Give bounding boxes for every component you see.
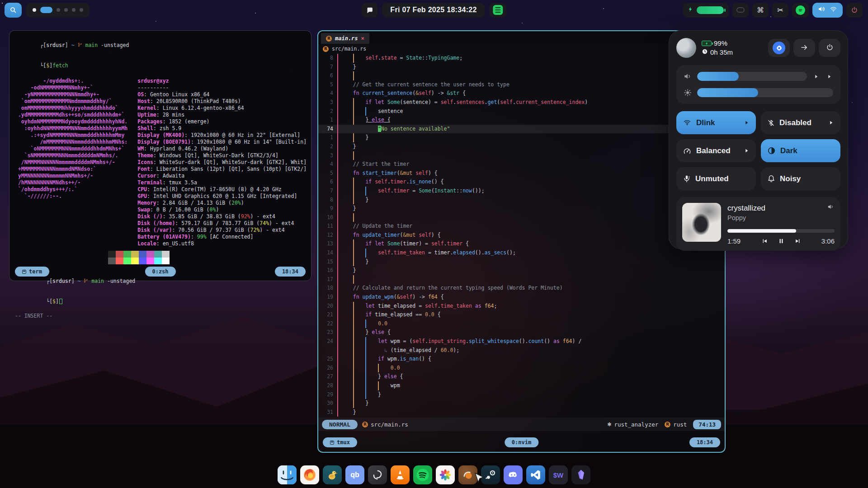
- terminal-color-palette: [108, 251, 306, 264]
- code-line: 1 } else {: [318, 116, 725, 125]
- editor-window[interactable]: R main.rs × R src/main.rs 8 self.state =…: [317, 30, 726, 453]
- dock-vlc-icon[interactable]: [391, 465, 410, 484]
- track-progress-bar[interactable]: [727, 229, 835, 233]
- contrast-icon: [767, 146, 776, 155]
- workspace-3-empty[interactable]: [57, 8, 60, 12]
- microphone-icon: [683, 174, 691, 183]
- dock-obsidian-icon[interactable]: [571, 465, 590, 484]
- speaker-icon: [684, 72, 692, 80]
- toggle-noisy[interactable]: Noisy: [761, 167, 840, 190]
- tmux-window[interactable]: 0:nvim: [505, 437, 538, 447]
- workspace-1-occupied[interactable]: [33, 8, 36, 12]
- tmux-session[interactable]: tmux: [323, 437, 357, 447]
- pause-button[interactable]: [778, 238, 784, 244]
- code-line: 17: [318, 275, 725, 284]
- volume-output-chevron[interactable]: [812, 74, 820, 80]
- color-swatch: [139, 258, 146, 264]
- workspace-4-empty[interactable]: [64, 8, 68, 12]
- battery-indicator[interactable]: [683, 3, 729, 18]
- track-artist: Poppy: [727, 214, 835, 221]
- speedometer-icon: [683, 147, 692, 155]
- workspace-6-empty[interactable]: [80, 8, 83, 12]
- tab-close-icon[interactable]: ×: [361, 35, 364, 42]
- settings-button[interactable]: [768, 39, 790, 57]
- screenshot-button[interactable]: ✂: [772, 3, 788, 18]
- rust-icon: R: [323, 46, 329, 52]
- dock-firefox-icon[interactable]: [300, 465, 319, 484]
- workspace-5-empty[interactable]: [72, 8, 75, 12]
- dock-finder-icon[interactable]: [278, 465, 297, 484]
- previous-track-button[interactable]: [761, 238, 768, 244]
- next-track-button[interactable]: [794, 238, 801, 244]
- toggle-balanced[interactable]: Balanced: [676, 139, 756, 162]
- output-speaker-icon[interactable]: [827, 203, 834, 210]
- tmux-window[interactable]: 0:zsh: [145, 267, 175, 277]
- touchpad-icon: [736, 7, 745, 13]
- toggle-disabled[interactable]: Disabled: [761, 111, 840, 134]
- tab-main-rs[interactable]: R main.rs ×: [321, 33, 369, 44]
- code-line: 26 0.0: [318, 364, 725, 373]
- rust-icon: R: [665, 422, 670, 427]
- volume-network-pill[interactable]: [812, 3, 843, 18]
- toggle-label: Dark: [780, 146, 797, 155]
- code-line: 20 let time_elapsed = self.time_taken as…: [318, 302, 725, 311]
- notifications-button[interactable]: [361, 3, 377, 18]
- chevron-right-icon[interactable]: [744, 148, 750, 154]
- toggle-unmuted[interactable]: Unmuted: [676, 167, 756, 190]
- fetch-row: WM: Hyprland 0.46.2 (Wayland): [137, 145, 307, 152]
- search-button[interactable]: [5, 3, 22, 18]
- workspace-2-active[interactable]: [40, 7, 52, 13]
- toggle-dlink[interactable]: Dlink: [676, 111, 756, 134]
- top-bar: Fri 07 Feb 2025 18:34:22 ⌘ ✂: [0, 0, 868, 20]
- gear-icon: [773, 42, 785, 54]
- datetime[interactable]: Fri 07 Feb 2025 18:34:22: [382, 3, 485, 18]
- avatar[interactable]: [676, 38, 696, 58]
- fetch-row: Uptime: 28 mins: [137, 112, 307, 118]
- code-line: 23 } else {: [318, 328, 725, 337]
- dock-spotify-icon[interactable]: [413, 465, 432, 484]
- fetch-row: ----------: [137, 84, 307, 91]
- expand-button[interactable]: [793, 39, 815, 57]
- color-swatch: [108, 251, 116, 258]
- dock-steam-icon[interactable]: [481, 465, 500, 484]
- code-line: 4 // Start the timer: [318, 160, 725, 169]
- media-button[interactable]: [490, 3, 507, 18]
- color-swatch: [139, 251, 146, 258]
- dock-photos-icon[interactable]: [436, 465, 455, 484]
- spotify-button[interactable]: [792, 3, 809, 18]
- tmux-status-bar: term 0:zsh 18:34: [15, 267, 306, 277]
- chevron-right-icon[interactable]: [744, 120, 750, 126]
- dock-fox-icon[interactable]: [458, 465, 477, 484]
- dock-dollar-w-icon[interactable]: $W: [549, 465, 568, 484]
- dock-qbittorrent-icon[interactable]: qb: [345, 465, 364, 484]
- dock-bird-icon[interactable]: [323, 465, 342, 484]
- terminal-window[interactable]: ┌[srdusr] ~ main -unstaged └[$]fetch -/o…: [9, 30, 311, 281]
- code-line: 7 }: [318, 63, 725, 72]
- touchpad-button[interactable]: [732, 3, 749, 18]
- code-line: 16 }: [318, 266, 725, 275]
- toggle-dark[interactable]: Dark: [761, 139, 840, 162]
- track-title: crystallized: [727, 204, 835, 213]
- brightness-slider[interactable]: [697, 88, 833, 97]
- git-branch-icon: [78, 42, 82, 49]
- window-icon: [22, 270, 26, 274]
- fetch-row: Display (MK400): 868x488 @ 60 Hz in 22…: [137, 132, 307, 139]
- terminal-cursor: [59, 299, 62, 304]
- dock-discord-icon[interactable]: [504, 465, 523, 484]
- dock-swirl-icon[interactable]: [368, 465, 387, 484]
- color-swatch: [154, 258, 162, 264]
- command-key-button[interactable]: ⌘: [752, 3, 769, 18]
- tmux-session[interactable]: term: [15, 267, 49, 277]
- power-button[interactable]: [846, 3, 863, 18]
- color-swatch: [116, 258, 123, 264]
- code-line: 2 sentence: [318, 107, 725, 116]
- code-area[interactable]: 8 self.state = State::TypingGame;7 }65 /…: [318, 54, 725, 417]
- volume-apps-chevron[interactable]: [826, 74, 833, 80]
- code-line: 7 self.timer = Some(Instant::now());: [318, 187, 725, 196]
- prompt-line-cursor[interactable]: └[$]: [15, 291, 306, 312]
- chevron-right-icon[interactable]: [828, 120, 834, 126]
- fetch-info: srdusr@xyz----------OS: Gentoo Linux x86…: [137, 78, 307, 247]
- volume-slider[interactable]: [697, 72, 807, 81]
- session-power-button[interactable]: [819, 39, 840, 57]
- dock-vscode-icon[interactable]: [526, 465, 545, 484]
